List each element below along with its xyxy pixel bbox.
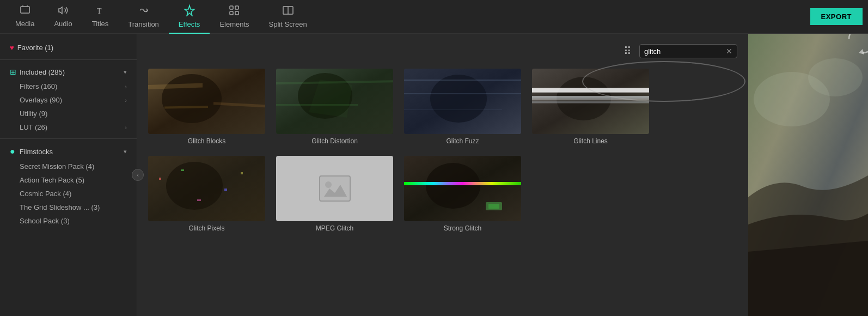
elements-icon: [228, 4, 240, 18]
svg-rect-33: [224, 189, 227, 191]
transition-icon: [138, 4, 150, 18]
preview-image: [748, 34, 868, 316]
mpeg-glitch-thumbnail: [276, 156, 393, 221]
svg-rect-42: [488, 204, 499, 209]
strong-glitch-thumbnail: [404, 156, 521, 221]
effect-item-glitch-blocks[interactable]: Glitch Blocks: [148, 69, 265, 145]
sidebar-action-tech[interactable]: Action Tech Pack (5): [0, 173, 137, 187]
favorite-label: Favorite (1): [17, 44, 53, 52]
sidebar: ♥ Favorite (1) ⊞ Included (285) ▾ Filter…: [0, 34, 137, 316]
clear-search-button[interactable]: ✕: [726, 47, 732, 56]
effect-item-glitch-distortion[interactable]: Glitch Distortion: [276, 69, 393, 145]
grid-icon: ⊞: [10, 68, 16, 76]
search-input[interactable]: [644, 47, 723, 56]
sidebar-school-pack[interactable]: School Pack (3): [0, 214, 137, 228]
grid-slideshow-label: The Grid Slideshow ... (3): [20, 203, 100, 211]
school-pack-label: School Pack (3): [20, 217, 70, 225]
strong-glitch-label: Strong Glitch: [444, 224, 481, 232]
chevron-right-icon-overlays: ›: [125, 97, 127, 104]
elements-label: Elements: [219, 20, 249, 28]
sidebar-cosmic-pack[interactable]: Cosmic Pack (4): [0, 187, 137, 200]
svg-rect-5: [230, 11, 233, 15]
svg-rect-0: [21, 7, 29, 13]
grid-dots-button[interactable]: ⠿: [621, 42, 634, 60]
svg-rect-21: [404, 80, 521, 81]
svg-point-10: [162, 74, 222, 123]
sidebar-divider-1: [0, 59, 137, 60]
svg-text:T: T: [97, 7, 102, 15]
glitch-pixels-thumbnail: [148, 156, 265, 221]
effect-item-glitch-fuzz[interactable]: Glitch Fuzz: [404, 69, 521, 145]
glitch-lines-thumbnail: [532, 69, 649, 134]
glitch-lines-label: Glitch Lines: [573, 137, 608, 145]
glitch-blocks-thumbnail: [148, 69, 265, 134]
nav-item-elements[interactable]: Elements: [210, 0, 259, 34]
chevron-down-icon-filmstocks: ▾: [124, 148, 127, 155]
nav-item-titles[interactable]: T Titles: [82, 0, 119, 34]
glitch-pixels-label: Glitch Pixels: [188, 224, 224, 232]
secret-mission-label: Secret Mission Pack (4): [20, 162, 94, 171]
svg-rect-35: [197, 199, 201, 201]
search-input-wrap: ✕: [639, 44, 737, 58]
split-screen-icon: [282, 4, 294, 18]
titles-icon: T: [95, 5, 106, 17]
sidebar-grid-slideshow[interactable]: The Grid Slideshow ... (3): [0, 200, 137, 214]
sidebar-filters[interactable]: Filters (160) ›: [0, 80, 137, 93]
sidebar-divider-2: [0, 138, 137, 139]
svg-rect-22: [404, 93, 521, 94]
chevron-right-icon-filters: ›: [125, 83, 127, 90]
filmstocks-label: Filmstocks: [20, 148, 53, 156]
effect-item-glitch-pixels[interactable]: Glitch Pixels: [148, 156, 265, 232]
nav-item-split-screen[interactable]: Split Screen: [259, 0, 317, 34]
effect-item-glitch-lines[interactable]: Glitch Lines: [532, 69, 649, 145]
nav-item-audio[interactable]: Audio: [44, 0, 82, 34]
svg-rect-40: [404, 182, 521, 185]
sidebar-collapse-button[interactable]: ‹: [132, 169, 144, 181]
transition-label: Transition: [128, 20, 159, 28]
cosmic-pack-label: Cosmic Pack (4): [20, 190, 71, 198]
svg-point-37: [325, 181, 332, 188]
sidebar-overlays[interactable]: Overlays (90) ›: [0, 93, 137, 107]
glitch-fuzz-label: Glitch Fuzz: [446, 137, 479, 145]
nav-item-media[interactable]: Media: [5, 0, 44, 34]
svg-point-30: [166, 162, 223, 210]
svg-rect-28: [532, 101, 649, 103]
heart-icon: ♥: [10, 44, 14, 52]
media-label: Media: [15, 20, 34, 28]
svg-rect-27: [532, 96, 649, 99]
effect-item-strong-glitch[interactable]: Strong Glitch: [404, 156, 521, 232]
overlays-label: Overlays (90): [20, 96, 62, 104]
included-label: Included (285): [20, 68, 65, 76]
nav-item-transition[interactable]: Transition: [118, 0, 169, 34]
effects-label: Effects: [179, 20, 200, 28]
sidebar-included-section[interactable]: ⊞ Included (285) ▾: [0, 64, 137, 80]
svg-rect-32: [181, 169, 184, 171]
collapse-icon: ‹: [137, 172, 139, 178]
sidebar-utility[interactable]: Utility (9): [0, 107, 137, 120]
svg-point-39: [426, 163, 480, 209]
titles-label: Titles: [92, 20, 109, 28]
svg-marker-2: [185, 5, 194, 16]
svg-point-45: [808, 58, 863, 96]
utility-label: Utility (9): [20, 110, 47, 118]
chevron-right-icon-lut: ›: [125, 124, 127, 131]
filters-label: Filters (160): [20, 82, 57, 90]
svg-rect-26: [532, 88, 649, 92]
svg-rect-23: [404, 110, 502, 110]
sidebar-secret-mission[interactable]: Secret Mission Pack (4): [0, 160, 137, 173]
svg-rect-31: [159, 178, 161, 180]
media-icon: [20, 5, 30, 17]
filmstock-icon: ●: [10, 147, 15, 156]
glitch-distortion-thumbnail: [276, 69, 393, 134]
nav-item-effects[interactable]: Effects: [169, 0, 210, 34]
effect-item-mpeg-glitch[interactable]: MPEG Glitch: [276, 156, 393, 232]
split-screen-label: Split Screen: [269, 20, 307, 28]
audio-label: Audio: [54, 20, 72, 28]
sidebar-favorite[interactable]: ♥ Favorite (1): [0, 40, 137, 55]
svg-rect-4: [235, 6, 239, 9]
sidebar-lut[interactable]: LUT (26) ›: [0, 120, 137, 134]
svg-point-20: [430, 75, 487, 123]
effects-icon: [184, 4, 195, 18]
export-button[interactable]: EXPORT: [810, 8, 863, 25]
sidebar-filmstocks-section[interactable]: ● Filmstocks ▾: [0, 143, 137, 160]
